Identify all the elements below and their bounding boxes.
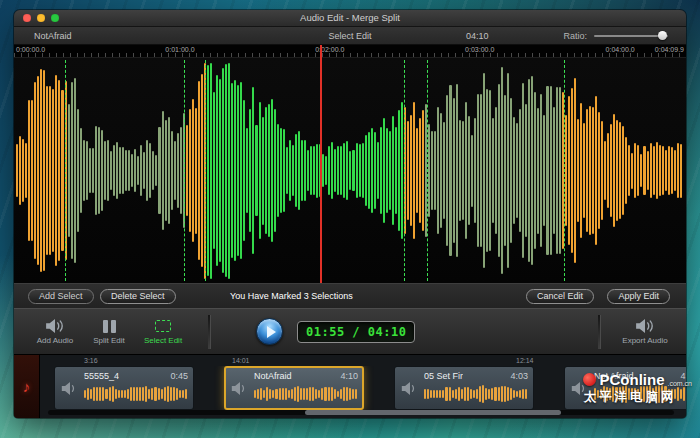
ruler-label: 0:04:00.0 [606,46,635,53]
clip-waveform-thumbnail [254,382,358,406]
desktop-background: Audio Edit - Merge Split NotAfraid Selec… [0,0,700,438]
watermark-chinese: 太平洋电脑网 [583,389,692,406]
play-button[interactable] [256,318,283,345]
watermark-brand: PConline [599,371,664,388]
traffic-lights [23,14,59,22]
clip-duration: 0:45 [170,370,188,382]
ratio-slider-knob[interactable] [658,31,667,40]
clip-item[interactable]: 55555_4 0:45 [54,366,194,410]
speaker-icon [400,370,420,406]
duration-label: 04:10 [466,27,489,45]
titlebar[interactable]: Audio Edit - Merge Split [14,10,686,27]
time-display: 01:55 / 04:10 [297,321,415,343]
split-edit-button[interactable]: Split Edit [82,318,136,345]
toolbar-separator [208,315,210,349]
clip-body: 05 Set Fir 4:03 [424,370,528,406]
close-button[interactable] [23,14,31,22]
delete-select-button[interactable]: Delete Select [100,289,176,304]
watermark-domain: .com.cn [667,380,692,387]
tracklist-time-label: 3:16 [84,357,98,364]
add-audio-label: Add Audio [37,336,73,345]
clip-body: NotAfraid 4:10 [254,370,358,406]
library-dock[interactable]: ♪ [14,355,40,418]
ratio-slider[interactable] [594,27,668,45]
export-audio-label: Export Audio [622,336,667,345]
select-edit-button[interactable]: Select Edit [136,318,190,345]
add-select-button[interactable]: Add Select [28,289,94,304]
clip-item[interactable]: 05 Set Fir 4:03 [394,366,534,410]
clip-name: 05 Set Fir [424,370,463,382]
zoom-button[interactable] [51,14,59,22]
file-name: NotAfraid [34,27,72,45]
select-rect-icon [155,318,171,334]
clip-body: 55555_4 0:45 [84,370,188,406]
speaker-icon [60,370,80,406]
cancel-edit-button[interactable]: Cancel Edit [526,289,594,304]
tracklist-time-label: 12:14 [516,357,534,364]
ruler-label: 0:03:00.0 [465,46,494,53]
selection-region[interactable] [427,60,565,281]
speaker-add-icon [45,318,65,334]
pconline-logo-icon [583,373,596,386]
clip-waveform-thumbnail [424,382,528,406]
mode-label: Select Edit [328,27,371,45]
selection-status-text: You Have Marked 3 Selections [230,284,353,309]
waveform-area[interactable] [14,58,686,283]
music-note-icon: ♪ [23,378,31,395]
selection-bar: Add Select Delete Select You Have Marked… [14,283,686,308]
ruler-label: 0:04:09.9 [655,46,684,53]
split-icon [103,318,116,334]
apply-edit-button[interactable]: Apply Edit [607,289,670,304]
playhead[interactable] [320,45,322,283]
clip-scrollbar[interactable] [48,410,674,415]
selection-region[interactable] [205,60,405,281]
clip-duration: 4:10 [340,370,358,382]
export-audio-button[interactable]: Export Audio [618,318,672,345]
clip-waveform-thumbnail [84,382,188,406]
clip-scrollbar-thumb[interactable] [305,410,562,415]
watermark: PConline .com.cn 太平洋电脑网 [583,371,692,406]
app-window: Audio Edit - Merge Split NotAfraid Selec… [14,10,686,418]
select-edit-label: Select Edit [144,336,182,345]
main-toolbar: Add Audio Split Edit Select Edit 01:55 /… [14,308,686,354]
speaker-icon [230,370,250,406]
clip-name: 55555_4 [84,370,119,382]
toolbar-separator [598,315,600,349]
speaker-export-icon [635,318,655,334]
ruler-label: 0:01:00.0 [165,46,194,53]
ruler-label: 0:00:00.0 [16,46,45,53]
minimize-button[interactable] [37,14,45,22]
timeline-ruler[interactable]: 0:00:00.0 0:01:00.0 0:02:00.0 0:03:00.0 … [14,45,686,58]
clip-item[interactable]: NotAfraid 4:10 [224,366,364,410]
clip-duration: 4:03 [510,370,528,382]
header-bar: NotAfraid Select Edit 04:10 Ratio: [14,27,686,45]
ratio-slider-track [594,35,668,37]
ratio-label: Ratio: [563,27,587,45]
selection-region[interactable] [65,60,185,281]
split-edit-label: Split Edit [93,336,125,345]
add-audio-button[interactable]: Add Audio [28,318,82,345]
tracklist-time-label: 14:01 [232,357,250,364]
clip-name: NotAfraid [254,370,292,382]
window-title: Audio Edit - Merge Split [14,10,686,26]
